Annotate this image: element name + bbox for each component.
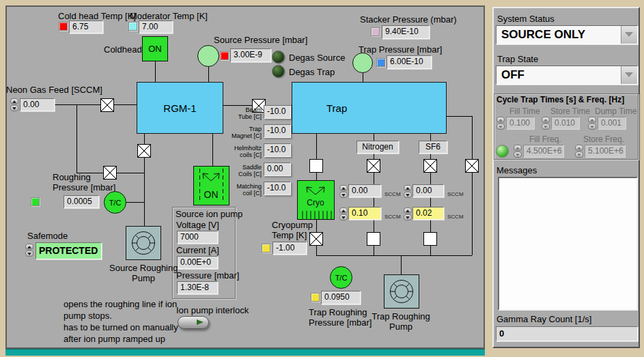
stacker-pressure-indicator [371, 27, 380, 36]
degas-trap-led[interactable] [272, 65, 285, 78]
source-pressure-label: Source Pressure [mbar] [214, 35, 307, 45]
cold-head-temp-label: Cold head Temp [K] [58, 11, 136, 21]
store-time-value[interactable]: 0.010 [551, 117, 580, 130]
nitrogen-upper-unit: SCCM [384, 189, 401, 199]
fill-freq-value[interactable]: 4.500E+6 [523, 145, 564, 158]
pipe-rgm-to-ionpump [212, 134, 213, 166]
nitrogen-upper-stepper[interactable] [339, 185, 348, 199]
ion-pump-current-label: Current [A] [176, 245, 219, 255]
trap-state-value: OFF [501, 68, 524, 82]
cryopump-icon[interactable]: Cryo [297, 180, 335, 220]
sf6-lower-value[interactable]: 0.02 [412, 207, 444, 220]
neon-feed-value[interactable]: 0.00 [20, 98, 55, 111]
beam-tube-value: -10.0 [264, 105, 291, 119]
source-thermocouple-gauge: T/C [104, 191, 126, 214]
valve-nitrogen-upper[interactable] [367, 159, 380, 173]
moderator-temp-value: 7.00 [139, 20, 173, 33]
trap-state-dropdown-arrow-icon[interactable] [621, 66, 637, 84]
cryopump-temp-label: Cryopump Temp [K] [272, 220, 313, 240]
degas-trap-label: Degas Trap [289, 67, 335, 77]
fill-freq-stepper[interactable] [514, 145, 522, 158]
valve-sf6-lower[interactable] [423, 232, 437, 246]
nitrogen-upper-value[interactable]: 0.00 [348, 184, 381, 197]
trap-pressure-indicator [376, 58, 385, 67]
pipe-trap-gauge [363, 73, 363, 82]
valve-nitrogen-lower[interactable] [367, 232, 380, 246]
rgm1-label: RGM-1 [163, 102, 196, 114]
ion-pump-voltage-label: Voltage [V] [176, 220, 219, 230]
fill-time-value[interactable]: 0.100 [506, 117, 535, 130]
trap-pressure-label: Trap Pressure [mbar] [359, 44, 442, 55]
source-roughing-pump-icon[interactable] [126, 226, 161, 260]
fill-time-stepper[interactable] [496, 117, 505, 130]
valve-sf6-upper[interactable] [423, 159, 437, 173]
ion-pump-on-symbol[interactable]: ON [193, 166, 229, 205]
valve-trap-right[interactable] [465, 159, 479, 173]
trap-roughing-pump-icon[interactable] [384, 274, 419, 309]
nitrogen-lower-stepper[interactable] [339, 208, 348, 221]
ion-pump-voltage-value: 7000 [177, 231, 218, 244]
matching-coil-value: -10.0 [264, 182, 291, 195]
store-freq-value[interactable]: 5.100E+6 [585, 145, 626, 158]
sf6-label: SF6 [419, 141, 447, 154]
sf6-upper-value[interactable]: 0.00 [412, 184, 444, 197]
valve-neon-line[interactable] [100, 98, 114, 112]
cycle-status-led[interactable] [496, 145, 509, 158]
trap-state-dropdown[interactable]: OFF [496, 66, 638, 85]
ion-pump-interlock-toggle[interactable] [178, 316, 209, 329]
interlock-notes-text: opens the roughing line if ion pump stop… [64, 298, 178, 345]
source-tc-text: T/C [109, 199, 122, 207]
system-status-value: SOURCE ONLY [501, 28, 585, 42]
trap-magnet-label: Trap Magnet [C] [225, 126, 262, 139]
store-freq-stepper[interactable] [575, 145, 583, 158]
labview-front-panel: Cold head Temp [K] Moderator Temp [K] 6.… [0, 0, 644, 357]
pipe-tc-connect [126, 202, 144, 203]
valve-trap-cryo[interactable] [309, 159, 323, 173]
system-status-label: System Status [497, 14, 555, 24]
ion-pump-pressure-value: 1.30E-8 [177, 281, 218, 294]
safemode-label: Safemode [27, 231, 68, 241]
nitrogen-lower-unit: SCCM [384, 212, 401, 222]
neon-feed-stepper[interactable] [10, 98, 18, 112]
valve-rgm-roughing[interactable] [137, 144, 151, 158]
messages-box[interactable] [498, 177, 638, 311]
moderator-temp-label: Moderator Temp [K] [130, 11, 208, 21]
safemode-stepper[interactable] [25, 244, 33, 257]
store-time-label: Store Time [550, 106, 590, 117]
trap-pressure-value: 6.00E-10 [387, 55, 432, 69]
source-roughing-pump-label: Source Roughing Pump [109, 263, 178, 283]
system-status-dropdown[interactable]: SOURCE ONLY [496, 25, 638, 44]
cryo-text: Cryo [307, 198, 324, 208]
dump-time-value[interactable]: 0.001 [598, 117, 626, 130]
system-status-dropdown-arrow-icon[interactable] [621, 26, 637, 44]
gamma-ray-count-label: Gamma Ray Count [1/s] [496, 314, 591, 324]
pipe-coldhead [155, 61, 156, 82]
roughing-pressure-label: Roughing Pressure [mbar] [53, 172, 115, 192]
nitrogen-lower-value[interactable]: 0.10 [348, 207, 381, 220]
pipe-right-column [472, 116, 473, 255]
cold-head-indicator [59, 22, 68, 31]
dump-time-stepper[interactable] [588, 117, 596, 130]
ion-pump-title: Source ion pump [176, 209, 242, 219]
degas-source-led[interactable] [272, 51, 285, 63]
saddle-coils-value: 0.00 [264, 162, 291, 176]
cycle-trap-title: Cycle Trap Times [s] & Freq. [Hz] [496, 95, 624, 105]
trap-block[interactable]: Trap [292, 82, 447, 134]
coldhead-on-button[interactable]: ON [142, 36, 168, 61]
trap-magnet-value: -10.0 [264, 124, 291, 138]
store-time-stepper[interactable] [542, 117, 550, 130]
moderator-indicator [128, 22, 137, 31]
cryopump-temp-indicator [262, 244, 270, 253]
sf6-lower-stepper[interactable] [404, 208, 412, 221]
roughing-pressure-indicator [31, 197, 40, 206]
stacker-pressure-label: Stacker Pressure (mbar) [360, 14, 457, 25]
sf6-upper-stepper[interactable] [404, 185, 412, 199]
messages-label: Messages [496, 165, 537, 175]
safemode-value[interactable]: PROTECTED [36, 242, 102, 259]
source-pressure-gauge-icon [197, 45, 219, 67]
rgm1-block[interactable]: RGM-1 [137, 82, 223, 134]
ion-pump-pressure-label: Pressure [mbar] [176, 270, 239, 281]
roughing-pressure-value: 0.0005 [64, 195, 99, 208]
stacker-pressure-value: 9.40E-10 [382, 25, 430, 39]
trap-roughing-pressure-label: Trap Roughing Pressure [mbar] [309, 307, 372, 328]
